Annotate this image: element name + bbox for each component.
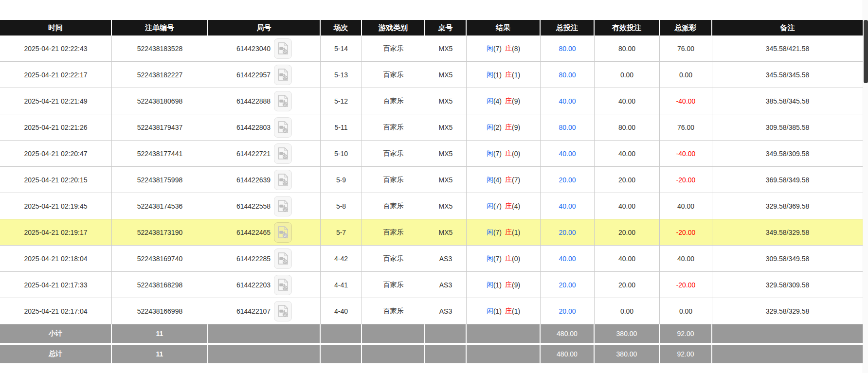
table-row[interactable]: 2025-04-21 02:22:43 522438183528 6144230… — [0, 36, 863, 62]
cell-table-number: MX5 — [425, 193, 467, 219]
round-number-text: 614422285 — [236, 255, 271, 263]
cell-bet-number: 522438180698 — [112, 88, 208, 114]
cell-result: 闲(1)庄(1) — [467, 62, 541, 88]
subtotal-total-bet: 480.00 — [541, 324, 595, 343]
video-replay-button[interactable] — [274, 38, 292, 59]
cell-game-type: 百家乐 — [362, 36, 425, 61]
total-total-bet: 480.00 — [541, 345, 595, 363]
cell-bet-number: 522438166998 — [112, 298, 208, 324]
video-replay-button[interactable] — [274, 222, 292, 243]
table-row[interactable]: 2025-04-21 02:18:04 522438169740 6144222… — [0, 246, 863, 272]
time-text: 2025-04-21 02:21:26 — [24, 124, 88, 131]
cell-remark: 369.58/349.58 — [712, 167, 863, 193]
table-row[interactable]: 2025-04-21 02:21:49 522438180698 6144228… — [0, 88, 863, 114]
cell-total-bet: 80.00 — [541, 36, 595, 61]
bet-number-text: 522438175998 — [137, 176, 182, 184]
video-replay-button[interactable] — [274, 117, 292, 138]
cell-game-type: 百家乐 — [362, 272, 425, 298]
video-replay-button[interactable] — [274, 91, 292, 111]
round-number-text: 614422888 — [236, 97, 271, 105]
video-replay-button[interactable] — [274, 249, 292, 269]
table-row[interactable]: 2025-04-21 02:20:15 522438175998 6144226… — [0, 167, 863, 193]
cell-session: 5-9 — [321, 167, 362, 193]
cell-result: 闲(7)庄(1) — [467, 219, 541, 245]
bet-number-text: 522438173190 — [137, 229, 182, 236]
cell-total-bet: 20.00 — [541, 167, 595, 193]
table-row[interactable]: 2025-04-21 02:21:26 522438179437 6144228… — [0, 114, 863, 141]
table-footer: 小计 11 480.00 380.00 92.00 总计 11 — [0, 324, 863, 363]
video-replay-button[interactable] — [274, 65, 292, 85]
table-row[interactable]: 2025-04-21 02:17:33 522438168298 6144222… — [0, 272, 863, 298]
player-label: 闲 — [487, 307, 493, 316]
cell-time: 2025-04-21 02:19:45 — [0, 193, 112, 219]
table-row[interactable]: 2025-04-21 02:22:17 522438182227 6144229… — [0, 62, 863, 88]
cell-total-bet: 20.00 — [541, 272, 595, 298]
cell-result: 闲(7)庄(8) — [467, 36, 541, 61]
bet-number-text: 522438174536 — [137, 202, 182, 210]
cell-bet-number: 522438182227 — [112, 62, 208, 88]
round-number-text: 614422639 — [236, 176, 271, 184]
table-row[interactable]: 2025-04-21 02:17:04 522438166998 6144221… — [0, 298, 863, 324]
table-row[interactable]: 2025-04-21 02:19:45 522438174536 6144225… — [0, 193, 863, 219]
cell-result: 闲(4)庄(9) — [467, 88, 541, 114]
banker-label: 庄 — [505, 44, 512, 53]
cell-valid-bet: 40.00 — [595, 246, 660, 271]
cell-remark: 349.58/329.58 — [712, 219, 863, 245]
column-header-valid-bet: 有效投注 — [595, 20, 660, 36]
cell-round-number: 614422107 — [208, 298, 321, 324]
player-label: 闲 — [487, 202, 493, 211]
cell-round-number: 614422721 — [208, 141, 321, 166]
banker-score: (4) — [512, 202, 520, 210]
cell-game-type: 百家乐 — [362, 88, 425, 114]
cell-payout: 76.00 — [660, 36, 712, 61]
banker-score: (8) — [512, 45, 520, 53]
cell-valid-bet: 20.00 — [595, 272, 660, 298]
cell-result: 闲(7)庄(0) — [467, 246, 541, 271]
cell-total-bet: 20.00 — [541, 219, 595, 245]
cell-total-bet: 80.00 — [541, 114, 595, 140]
cell-session: 5-14 — [321, 36, 362, 61]
cell-table-number: AS3 — [425, 272, 467, 298]
video-replay-button[interactable] — [274, 275, 292, 295]
cell-game-type: 百家乐 — [362, 219, 425, 245]
cell-remark: 345.58/421.58 — [712, 36, 863, 61]
video-replay-button[interactable] — [274, 196, 292, 216]
round-number-text: 614422107 — [236, 307, 271, 315]
column-header-session: 场次 — [321, 20, 362, 36]
scrollbar-thumb[interactable] — [864, 20, 868, 83]
banker-label: 庄 — [505, 281, 512, 289]
bet-records-table: 时间 注单编号 局号 场次 游戏类别 桌号 结果 总投注 有效投注 总派彩 备注… — [0, 20, 863, 363]
bet-number-text: 522438177441 — [137, 150, 182, 158]
cell-valid-bet: 80.00 — [595, 36, 660, 61]
round-number-text: 614422203 — [236, 281, 271, 289]
cell-round-number: 614422957 — [208, 62, 321, 88]
cell-payout: 0.00 — [660, 62, 712, 88]
subtotal-count: 11 — [112, 324, 208, 343]
cell-round-number: 614422888 — [208, 88, 321, 114]
round-number-text: 614422465 — [236, 229, 271, 236]
video-replay-button[interactable] — [274, 143, 292, 164]
table-row[interactable]: 2025-04-21 02:20:47 522438177441 6144227… — [0, 141, 863, 167]
cell-game-type: 百家乐 — [362, 246, 425, 271]
video-replay-button[interactable] — [274, 170, 292, 190]
cell-bet-number: 522438177441 — [112, 141, 208, 166]
cell-payout: -20.00 — [660, 167, 712, 193]
vertical-scrollbar[interactable] — [863, 0, 868, 373]
round-number-text: 614422721 — [236, 150, 271, 158]
cell-valid-bet: 20.00 — [595, 219, 660, 245]
player-score: (4) — [493, 176, 502, 184]
player-label: 闲 — [487, 44, 493, 53]
cell-remark: 329.58/309.58 — [712, 272, 863, 298]
time-text: 2025-04-21 02:19:17 — [24, 229, 88, 236]
cell-time: 2025-04-21 02:18:04 — [0, 246, 112, 271]
bet-number-text: 522438168298 — [137, 281, 182, 289]
cell-result: 闲(2)庄(9) — [467, 114, 541, 140]
banker-score: (0) — [512, 150, 520, 158]
time-text: 2025-04-21 02:17:33 — [24, 281, 88, 289]
table-header-row: 时间 注单编号 局号 场次 游戏类别 桌号 结果 总投注 有效投注 总派彩 备注 — [0, 20, 863, 36]
table-row[interactable]: 2025-04-21 02:19:17 522438173190 6144224… — [0, 219, 863, 246]
video-replay-button[interactable] — [274, 301, 292, 321]
cell-remark: 309.58/385.58 — [712, 114, 863, 140]
round-number-text: 614422957 — [236, 71, 271, 79]
table-body: 2025-04-21 02:22:43 522438183528 6144230… — [0, 36, 863, 324]
